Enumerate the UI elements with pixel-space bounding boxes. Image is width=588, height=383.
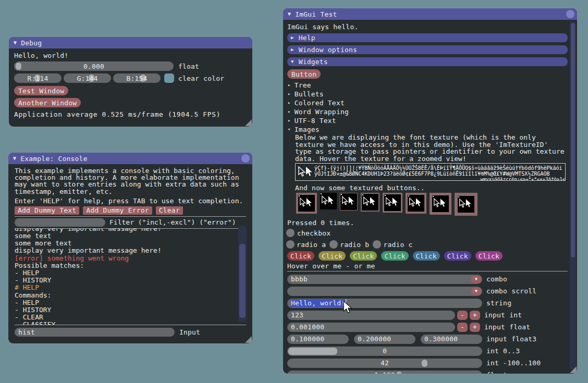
- click-button-7[interactable]: Click: [475, 251, 503, 261]
- click-button-6[interactable]: Click: [444, 251, 471, 261]
- resize-grip[interactable]: [245, 336, 252, 343]
- cursor-glyphs-icon: [341, 196, 355, 206]
- minus-button[interactable]: -: [457, 323, 468, 332]
- fps-stats-text: Application average 0.525 ms/frame (1904…: [14, 110, 247, 118]
- color-swatch[interactable]: [164, 73, 174, 83]
- clear-button[interactable]: Clear: [156, 206, 183, 215]
- close-button[interactable]: [566, 10, 574, 18]
- radio-b[interactable]: [329, 240, 338, 249]
- texture-pixel: [385, 195, 386, 196]
- checkbox[interactable]: [286, 229, 295, 237]
- combo-arrow-icon[interactable]: ▼: [471, 288, 481, 295]
- tree-node-word-wrapping[interactable]: ▸ Word Wrapping: [287, 107, 577, 116]
- imgui-test-window[interactable]: ▼ ImGui Test ImGui says hello. ▶ Help ▶ …: [283, 8, 577, 374]
- console-command-input[interactable]: hist: [15, 328, 175, 337]
- tree-open-icon: ▾: [288, 127, 291, 132]
- button-widget[interactable]: Button: [287, 69, 321, 79]
- image-button[interactable]: [406, 193, 426, 214]
- collapse-arrow-icon[interactable]: ▼: [288, 11, 291, 17]
- collapse-arrow-icon[interactable]: ▼: [13, 156, 16, 161]
- header-help[interactable]: ▶ Help: [287, 33, 568, 42]
- plus-button[interactable]: +: [470, 311, 480, 320]
- debug-titlebar[interactable]: ▼ Debug: [9, 37, 252, 48]
- click-button-1[interactable]: Click: [287, 251, 314, 261]
- add-dummy-error-button[interactable]: Add Dummy Error: [83, 206, 152, 215]
- another-window-button[interactable]: Another Window: [14, 98, 81, 107]
- color-slider-g[interactable]: G:144: [64, 73, 111, 83]
- header-label: Window options: [299, 46, 357, 54]
- click-button-3[interactable]: Click: [350, 251, 377, 261]
- tree-node-utf8-text[interactable]: ▸ UTF-8 Text: [287, 116, 577, 125]
- console-log[interactable]: display very important message here! som…: [15, 229, 246, 325]
- console-window[interactable]: ▼ Example: Console This example implemen…: [8, 153, 252, 343]
- slider-value: 0.000: [14, 63, 174, 70]
- input-float3-x[interactable]: 0.100000: [287, 335, 349, 344]
- image-button[interactable]: [361, 193, 379, 212]
- log-line-error: [error] something went wrong: [15, 255, 246, 262]
- imgui-test-titlebar[interactable]: ▼ ImGui Test: [283, 8, 577, 20]
- log-line-match: # HELP: [15, 284, 246, 291]
- imgui-test-scrollbar-thumb[interactable]: [571, 23, 575, 257]
- resize-grip[interactable]: [245, 119, 252, 126]
- separator: [15, 325, 246, 325]
- input-float3-y[interactable]: 0.200000: [354, 335, 415, 344]
- debug-window[interactable]: ▼ Debug Hello, world! 0.000 float R:114 …: [9, 37, 252, 127]
- click-button-4[interactable]: Click: [381, 251, 408, 261]
- image-button[interactable]: [430, 193, 451, 215]
- radio-c[interactable]: [373, 240, 381, 249]
- log-line: display very important message here!: [15, 247, 246, 254]
- console-scrollbar-thumb[interactable]: [239, 244, 246, 318]
- test-window-button[interactable]: Test Window: [14, 86, 68, 95]
- tree-node-tree[interactable]: ▸ Tree: [287, 81, 577, 90]
- tree-node-label: Colored Text: [295, 99, 345, 107]
- int-slider[interactable]: 42: [287, 359, 482, 368]
- string-input[interactable]: Hello, world!: [287, 299, 482, 308]
- image-button[interactable]: [320, 193, 337, 209]
- combo-value: bbbb: [287, 275, 308, 283]
- int-0-3-slider[interactable]: 0: [287, 347, 482, 356]
- filter-input[interactable]: [15, 218, 105, 227]
- hover-text[interactable]: Hover over me - or me: [287, 262, 577, 269]
- close-button[interactable]: [241, 154, 250, 163]
- image-button[interactable]: [383, 193, 402, 213]
- combo-arrow-icon[interactable]: ▼: [471, 276, 481, 283]
- resize-grip[interactable]: [570, 366, 577, 373]
- header-window-options[interactable]: ▶ Window options: [287, 45, 568, 54]
- input-float3-label: input float3: [486, 335, 536, 343]
- float-slider[interactable]: 0.000: [14, 61, 174, 71]
- font-texture-image[interactable]: ýÇf}-{ÿj()[]|¦¥ÝBÑòÛõóÃÅÀÄÖ¼½ÙÚŽŠ8ÉÊ/å\È…: [295, 163, 566, 181]
- input-float-field[interactable]: 0.001000: [287, 323, 455, 332]
- plus-button[interactable]: +: [470, 323, 480, 332]
- tree-closed-icon: ▸: [288, 109, 291, 114]
- imgui-test-scrollbar[interactable]: [570, 21, 576, 370]
- tree-node-colored-text[interactable]: ▸ Colored Text: [287, 98, 577, 107]
- combo-select[interactable]: bbbb ▼: [287, 275, 482, 284]
- header-widgets[interactable]: ▼ Widgets: [287, 57, 568, 66]
- combo-scroll-select[interactable]: ▼: [287, 287, 482, 296]
- separator: [15, 216, 246, 217]
- click-button-5[interactable]: Click: [413, 251, 440, 261]
- minus-button[interactable]: -: [457, 311, 468, 320]
- tree-node-images[interactable]: ▾ Images: [287, 125, 577, 134]
- add-dummy-text-button[interactable]: Add Dummy Text: [15, 206, 79, 215]
- color-slider-b[interactable]: B:154: [113, 73, 161, 83]
- combo-scroll-row: ▼ combo scroll: [287, 285, 577, 297]
- input-int-field[interactable]: 123: [287, 311, 455, 320]
- click-button-2[interactable]: Click: [318, 251, 346, 261]
- console-scrollbar[interactable]: [238, 226, 247, 322]
- image-button[interactable]: [340, 193, 358, 211]
- tree-closed-icon: ▸: [288, 83, 291, 88]
- tree-node-bullets[interactable]: ▸ Bullets: [287, 90, 577, 98]
- input-float3-z[interactable]: 0.300000: [421, 335, 482, 344]
- cursor-glyphs-icon: [321, 195, 335, 206]
- collapse-arrow-icon[interactable]: ▼: [14, 40, 17, 45]
- radio-a[interactable]: [286, 240, 295, 249]
- image-button[interactable]: [296, 193, 317, 214]
- cursor-glyphs-icon: [298, 166, 313, 178]
- float-slider[interactable]: 1.132: [287, 370, 482, 374]
- image-button[interactable]: [455, 193, 477, 216]
- color-slider-r[interactable]: R:114: [14, 73, 62, 83]
- window-title: Example: Console: [20, 155, 87, 163]
- tree-closed-icon: ▸: [288, 118, 291, 123]
- console-titlebar[interactable]: ▼ Example: Console: [8, 153, 252, 164]
